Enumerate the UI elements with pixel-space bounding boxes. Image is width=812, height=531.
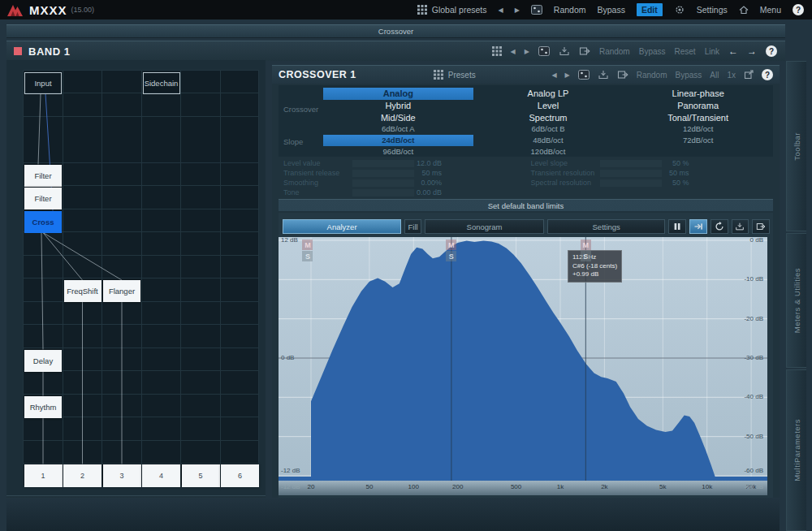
band-presets-grid-icon[interactable] [492, 46, 502, 56]
node-freqshift[interactable]: FreqShift [64, 280, 102, 302]
xo-next-button[interactable]: ▶ [565, 71, 570, 79]
analyzer-tab-fill[interactable]: Fill [404, 219, 421, 234]
slope-6db-oct-b[interactable]: 6dB/oct B [473, 123, 624, 135]
param-tone: Tone0.00 dB [279, 188, 526, 197]
xo-type-linear-phase[interactable]: Linear-phase [623, 88, 773, 100]
node-sidechain[interactable]: Sidechain [143, 72, 180, 94]
xo-help-button[interactable]: ? [762, 69, 773, 80]
tab-meters-utilities[interactable]: Meters & Utilities [786, 233, 806, 368]
xo-type-level[interactable]: Level [473, 100, 624, 112]
xo-type-panorama[interactable]: Panorama [623, 100, 773, 112]
band-import-icon[interactable] [559, 46, 570, 56]
spectrum-plot[interactable]: 1121 HzC#6 (-18 cents)+0.99 dB 12 dB0 dB… [279, 237, 767, 481]
ms-marker-s[interactable]: S [581, 251, 591, 261]
band-dice-icon[interactable] [538, 46, 550, 56]
analyzer-tab-sonogram[interactable]: Sonogram [425, 219, 544, 234]
band-bypass-button[interactable]: Bypass [639, 47, 666, 56]
xo-all-button[interactable]: All [710, 71, 719, 80]
band-slot-1[interactable]: 1 [24, 464, 63, 487]
xo-prev-button[interactable]: ◀ [551, 71, 556, 79]
analyzer-tab-settings[interactable]: Settings [547, 219, 665, 234]
randomize-button[interactable]: Random [554, 5, 586, 15]
menu-button[interactable]: Menu [760, 5, 781, 15]
global-presets-button[interactable]: Global presets [417, 5, 487, 15]
pause-button[interactable] [668, 219, 686, 234]
slope-empty [623, 146, 773, 158]
xo-oversampling-button[interactable]: 1x [727, 71, 736, 80]
xo-type-spectrum[interactable]: Spectrum [473, 112, 624, 124]
detach-icon[interactable] [744, 70, 754, 80]
reset-analysis-button[interactable] [710, 219, 728, 234]
ms-marker-s[interactable]: S [302, 251, 313, 261]
node-rhythm[interactable]: Rhythm [24, 396, 62, 418]
band-slot-2[interactable]: 2 [63, 464, 102, 487]
band-link-button[interactable]: Link [705, 47, 719, 56]
node-flanger[interactable]: Flanger [103, 280, 140, 302]
help-button[interactable]: ? [793, 4, 804, 15]
crossover-presets-button[interactable]: Presets [434, 70, 476, 80]
xo-random-button[interactable]: Random [637, 71, 667, 80]
ms-marker-s[interactable]: S [446, 251, 456, 261]
right-axis-label: -30 dB [744, 354, 763, 361]
band-slot-6[interactable]: 6 [221, 464, 259, 487]
tab-toolbar[interactable]: Toolbar [786, 61, 806, 231]
xo-type-mid-side[interactable]: Mid/Side [323, 112, 473, 124]
band-undo-button[interactable]: ← [728, 45, 738, 57]
node-delay[interactable]: Delay [24, 350, 62, 372]
ms-marker-m[interactable]: M [581, 240, 591, 250]
slope-120db-oct[interactable]: 120dB/oct [473, 146, 624, 158]
band-slot-5[interactable]: 5 [182, 464, 220, 487]
xo-bypass-button[interactable]: Bypass [676, 71, 702, 80]
xo-type-hybrid[interactable]: Hybrid [323, 100, 473, 112]
band-redo-button[interactable]: → [747, 45, 757, 57]
node-grid[interactable]: InputSidechainFilterFilterCrossFreqShift… [23, 70, 259, 486]
node-input[interactable]: Input [24, 72, 62, 94]
band-export-icon[interactable] [579, 46, 590, 56]
band-prev-button[interactable]: ◀ [511, 48, 516, 55]
node-filter[interactable]: Filter [24, 165, 62, 187]
slope-24db-oct[interactable]: 24dB/oct [323, 135, 473, 146]
edit-button[interactable]: Edit [637, 3, 663, 16]
settings-button[interactable]: Settings [697, 5, 728, 15]
slope-6db-oct-a[interactable]: 6dB/oct A [323, 123, 473, 135]
node-cross[interactable]: Cross [24, 211, 62, 233]
band-next-button[interactable]: ▶ [525, 48, 529, 55]
band-random-button[interactable]: Random [599, 47, 630, 56]
xo-import-icon[interactable] [598, 70, 609, 80]
band-slot-3[interactable]: 3 [103, 464, 141, 487]
gear-icon[interactable] [674, 5, 685, 15]
home-icon[interactable] [739, 5, 749, 15]
slope-96db-oct[interactable]: 96dB/oct [323, 146, 473, 158]
analyzer-import-button[interactable] [732, 219, 749, 234]
slope-72db-oct[interactable]: 72dB/oct [623, 135, 773, 146]
bypass-button[interactable]: Bypass [598, 5, 625, 15]
tab-multiparameters[interactable]: MultiParameters [786, 369, 806, 531]
disabled-parameters: Level value12.0 dBTransient release50 ms… [279, 158, 773, 197]
normalize-button[interactable] [689, 219, 707, 234]
dice-icon[interactable] [531, 5, 542, 15]
band-color-swatch[interactable] [14, 47, 22, 55]
import-icon [735, 222, 745, 231]
right-axis-label: -40 dB [744, 393, 763, 400]
xo-dice-icon[interactable] [578, 70, 590, 80]
left-axis-label: 12 dB [281, 237, 298, 244]
xo-type-analog-lp[interactable]: Analog LP [473, 88, 624, 100]
band-help-button[interactable]: ? [766, 45, 777, 57]
set-default-label: Set default band limits [488, 201, 564, 210]
xo-type-tonal-transient[interactable]: Tonal/Transient [623, 112, 773, 124]
xo-type-analog[interactable]: Analog [323, 88, 473, 100]
node-filter[interactable]: Filter [24, 188, 62, 209]
next-preset-button[interactable]: ▶ [515, 6, 520, 14]
analyzer-tab-analyzer[interactable]: Analyzer [283, 219, 401, 234]
slope-12db-oct[interactable]: 12dB/oct [623, 123, 773, 135]
slope-48db-oct[interactable]: 48dB/oct [473, 135, 624, 146]
ms-marker-m[interactable]: M [302, 240, 313, 250]
ms-marker-m[interactable]: M [446, 240, 456, 250]
prev-preset-button[interactable]: ◀ [498, 6, 503, 14]
crossover-tab-strip[interactable]: Crossover [6, 24, 785, 38]
analyzer-export-button[interactable] [752, 219, 770, 234]
set-default-band-limits-button[interactable]: Set default band limits [279, 199, 773, 211]
band-slot-4[interactable]: 4 [142, 464, 180, 487]
band-reset-button[interactable]: Reset [675, 47, 696, 56]
xo-export-icon[interactable] [617, 70, 628, 80]
